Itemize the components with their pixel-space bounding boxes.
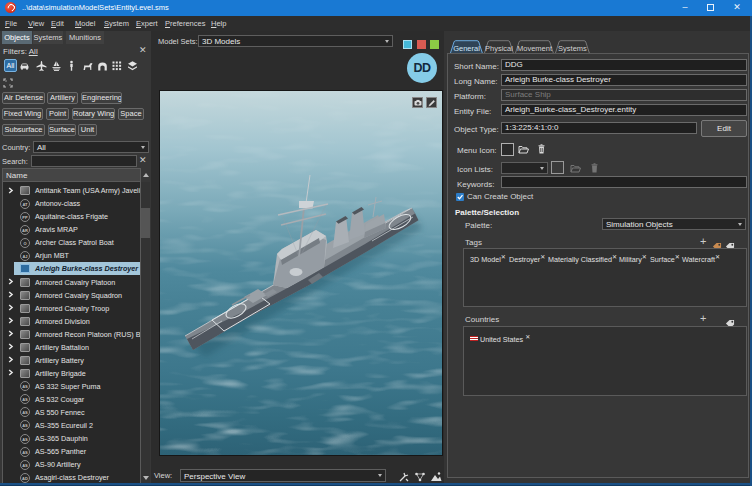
svg-text:Physical: Physical [485,44,513,53]
svg-text:Systems: Systems [558,44,587,53]
svg-text:General: General [453,44,480,53]
svg-text:Movement: Movement [517,44,553,53]
